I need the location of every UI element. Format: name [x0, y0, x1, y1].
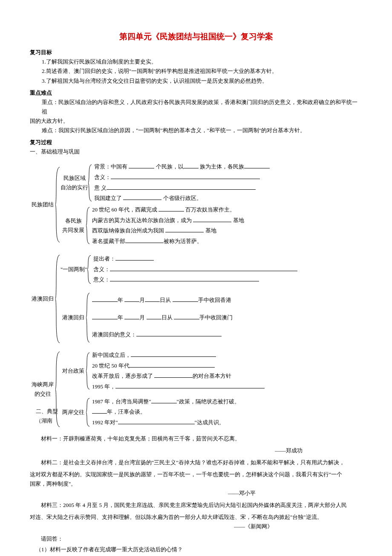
material-source: ——邓小平: [30, 489, 362, 498]
material-source: ——《新闻网》: [30, 522, 362, 531]
fill-line: 港澳回归的意义：: [92, 330, 233, 340]
tree-sublabel: 各民族 共同发展: [61, 216, 86, 235]
material-2: 材料二：是社会主义吞掉台湾，是台湾宣扬的"三民主义"吞掉大陆？谁也不好吞掉谁，如…: [30, 458, 362, 467]
fill-line: 我国建立了 个省级行政区。: [94, 193, 270, 204]
fill-line: 提出者：: [93, 254, 297, 264]
fill-line: 1987 年，台湾当局调整""政策，隔绝状态被打破。: [92, 397, 240, 407]
process-sub1: 一、基础梳理与巩固: [30, 147, 362, 156]
question-item: （1）材料一反映了作者在完成哪一重大历史活动后的心情？: [30, 545, 362, 554]
tree-sublabel: 港澳回归: [61, 313, 86, 322]
fill-line: 年 月日从 手中收回香港: [92, 295, 233, 306]
tree-label: 海峡两岸 的交往: [30, 380, 55, 399]
difficulty-text: 国的大政方针。: [30, 116, 362, 126]
fill-line: 1995 年，: [92, 382, 265, 392]
material-3: 材料三：2005 年 4 月至 5 月，国民党主席连战、亲民党主席宋楚瑜先后访问…: [30, 501, 362, 510]
outline-tree: 民族团结 民族区域 自治的实行 背景：中国有 个民族，以 族为主体，各民族 含义…: [30, 162, 362, 429]
bracket-icon: [86, 397, 90, 427]
fill-line: 意义：: [93, 275, 297, 285]
bracket-icon: [86, 292, 90, 343]
fill-line: 20 世纪 50 年代: [92, 361, 265, 371]
material-2: 国家，两种制度"。: [30, 479, 362, 489]
document-title: 第四单元《民族团结与祖国统一》复习学案: [30, 30, 362, 43]
fill-line: 新中国成立后，: [92, 350, 265, 361]
tree-label: 民族团结: [30, 200, 55, 209]
tree-sublabel: 对台政策: [61, 366, 86, 376]
goals-heading: 复习目标: [30, 48, 362, 57]
difficulty-heading: 重点难点: [30, 88, 362, 98]
fill-line: 20 世纪 60 年代，西藏完成 百万农奴当家作主。: [92, 205, 244, 215]
material-1: 材料一：开辟荆榛逐荷夷，十年始克复先基；田横尚有三千客，茹苦间关不忍离。: [30, 434, 362, 443]
fill-line: 含义：: [93, 264, 297, 275]
tree-sublabel: 民族区域 自治的实行: [61, 174, 88, 192]
goal-item: 3.了解祖国大陆与台湾经济文化交往日益密切的史实，认识祖国统一是历史发展的必然趋…: [30, 76, 362, 86]
tree-sublabel: 二、典型（湖南 两岸交往: [61, 408, 86, 417]
bracket-icon: [87, 255, 92, 284]
bracket-icon: [88, 164, 92, 202]
goal-item: 2.简述香港、澳门回归的史实，说明"一国两制"的科学构想是推进祖国和平统一大业的…: [30, 67, 362, 76]
bracket-icon: [86, 206, 90, 245]
fill-line: 年，汪辜会谈。: [92, 407, 240, 417]
fill-line: 西双版纳傣族自治州成为我国 基地: [92, 226, 244, 236]
bracket-icon: [55, 166, 61, 243]
difficulty-text: 难点：我国实行民族区域自治的原因，"一国两制"构想的基本含义，"和平统一，一国两…: [30, 126, 362, 135]
material-source: ——郑成功: [30, 446, 362, 455]
fill-line: 1992 年对""达成共识。: [92, 417, 240, 428]
bracket-icon: [55, 254, 61, 344]
material-3: 对连、宋大陆之行表示赞同、支持和理解。但以陈水扁为首的一部分人却大肆诋毁连、宋，…: [30, 513, 362, 522]
bracket-icon: [86, 352, 90, 390]
difficulty-text: 重点：民族区域自治的内容和意义，人民政府实行各民族共同发展的政策，香港和澳门回归…: [30, 98, 362, 116]
tree-label: 港澳回归: [30, 294, 55, 304]
fill-line: 背景：中国有 个民族，以 族为主体，各民族: [94, 162, 270, 172]
fill-line: 内蒙古的莫力达瓦达斡尔族自治旗，成为 基地: [92, 215, 244, 226]
goal-item: 1.了解我国实行民族区域自治制度的主要史实。: [30, 57, 362, 67]
fill-line: 改革开放后，逐步形成了 的对台基本方针: [92, 371, 265, 382]
fill-line: 含义：: [94, 172, 270, 183]
tree-sublabel: "一国两制": [61, 265, 87, 274]
fill-line: 著名援藏干部被称为活菩萨。: [92, 236, 244, 247]
process-heading: 复习过程: [30, 138, 362, 147]
fill-line: 年 月 日从 手中收回澳门: [92, 313, 233, 323]
material-2: 这对双方都是不利的。实现国家统一是民族的愿望，一百年不统一，一千年也要统一的，怎…: [30, 470, 362, 479]
question-head: 请回答：: [30, 534, 362, 544]
fill-line: 意 义: [94, 183, 270, 194]
